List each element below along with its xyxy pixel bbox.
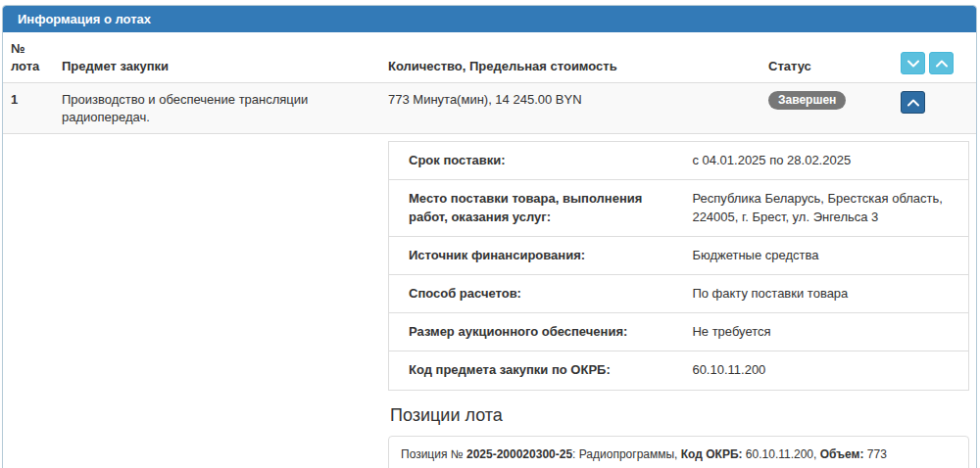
detail-label: Способ расчетов: (389, 274, 685, 312)
chevron-up-icon (907, 95, 919, 110)
lot-subject-cell: Производство и обеспечение трансляции ра… (54, 83, 380, 134)
chevron-up-icon (936, 56, 948, 70)
detail-row: Срок поставки: с 04.01.2025 по 28.02.202… (389, 142, 969, 180)
position-volume-label: Объем: (820, 447, 864, 461)
detail-row: Место поставки товара, выполнения работ,… (389, 180, 969, 236)
panel-header: Информация о лотах (3, 6, 976, 32)
position-item-text: Позиция № 2025-200020300-25: Радиопрогра… (401, 445, 956, 468)
status-badge: Завершен (768, 91, 846, 110)
expand-all-lots-button[interactable] (901, 52, 925, 74)
detail-value: Бюджетные средства (684, 236, 968, 274)
lots-table-header-row: № лота Предмет закупки Количество, Преде… (3, 32, 976, 83)
detail-row: Способ расчетов: По факту поставки товар… (389, 274, 969, 312)
detail-label: Источник финансирования: (389, 236, 685, 274)
detail-value: По факту поставки товара (684, 274, 968, 312)
detail-label: Размер аукционного обеспечения: (389, 313, 685, 351)
lot-status-cell: Завершен (760, 83, 893, 134)
collapse-lot-details-button[interactable] (901, 91, 925, 114)
chevron-down-icon (907, 56, 919, 70)
lot-number-cell: 1 (3, 83, 54, 134)
positions-heading: Позиции лота (390, 405, 969, 426)
header-subject: Предмет закупки (54, 32, 380, 83)
detail-label: Срок поставки: (389, 142, 685, 180)
header-lot-number: № лота (3, 32, 54, 83)
detail-value: 60.10.11.200 (684, 351, 968, 390)
lot-details-table: Срок поставки: с 04.01.2025 по 28.02.202… (388, 141, 969, 390)
detail-row: Размер аукционного обеспечения: Не требу… (389, 313, 969, 351)
detail-value: Не требуется (684, 313, 968, 351)
detail-label: Место поставки товара, выполнения работ,… (389, 180, 685, 236)
detail-label: Код предмета закупки по ОКРБ: (389, 351, 685, 390)
detail-value: Республика Беларусь, Брестская область, … (684, 180, 968, 236)
lot-row: 1 Производство и обеспечение трансляции … (3, 83, 976, 134)
position-item: Позиция № 2025-200020300-25: Радиопрогра… (388, 436, 969, 468)
lot-quantity-cell: 773 Минута(мин), 14 245.00 BYN (380, 83, 760, 134)
lot-details-section: Срок поставки: с 04.01.2025 по 28.02.202… (3, 133, 976, 468)
lot-actions-cell (893, 83, 976, 134)
position-okrb-value: 60.10.11.200, (743, 447, 820, 461)
header-status: Статус (760, 32, 893, 83)
header-actions (893, 32, 976, 83)
detail-row: Код предмета закупки по ОКРБ: 60.10.11.2… (389, 351, 969, 390)
position-number: 2025-200020300-25 (466, 447, 572, 461)
lots-table: № лота Предмет закупки Количество, Преде… (3, 32, 976, 133)
position-okrb-label: Код ОКРБ: (681, 447, 743, 461)
header-quantity: Количество, Предельная стоимость (380, 32, 760, 83)
detail-value: с 04.01.2025 по 28.02.2025 (684, 142, 968, 180)
position-prefix: Позиция № (401, 447, 466, 461)
lots-panel: Информация о лотах № лота Предмет закупк… (2, 5, 977, 468)
collapse-all-lots-button[interactable] (929, 52, 954, 74)
detail-row: Источник финансирования: Бюджетные средс… (389, 236, 969, 274)
panel-title: Информация о лотах (18, 12, 151, 26)
position-name: : Радиопрограммы, (572, 447, 681, 461)
